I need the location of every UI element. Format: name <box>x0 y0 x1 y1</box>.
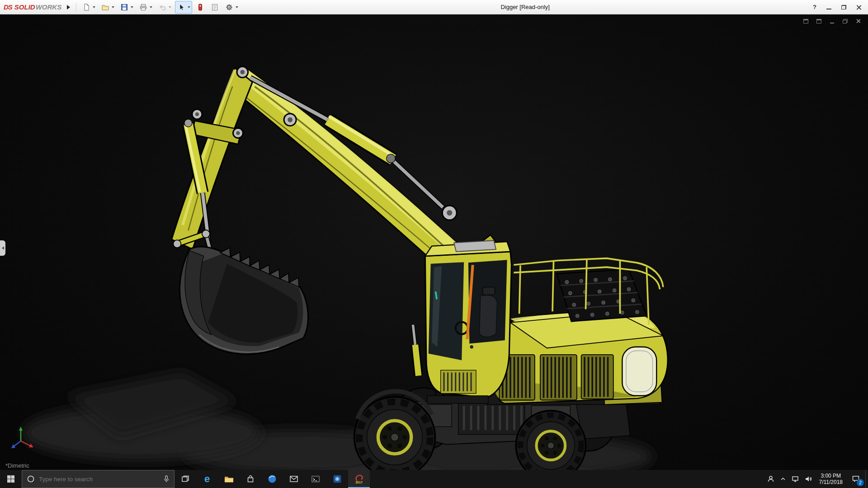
taskbar-app-store[interactable] <box>240 470 261 488</box>
solidworks-brand: DS SOLIDWORKS <box>0 3 64 11</box>
action-center-button[interactable]: 2 <box>846 470 865 488</box>
command-prompt-icon <box>311 475 320 483</box>
select-tool-group <box>175 1 192 14</box>
new-window-icon <box>803 19 808 23</box>
xpress-tools-button[interactable] <box>195 2 206 13</box>
options-gear-icon <box>225 3 233 11</box>
hidden-icons-chevron-icon[interactable] <box>780 476 786 482</box>
search-input[interactable] <box>39 476 159 483</box>
select-tool-button[interactable] <box>176 2 187 13</box>
xpress-tools-group <box>194 1 207 14</box>
new-document-icon <box>82 3 90 11</box>
mail-icon <box>290 476 298 482</box>
undo-icon <box>158 3 166 11</box>
edge-icon: e <box>204 474 210 483</box>
brand-solid-text: SOLID <box>14 3 35 11</box>
select-tool-dropdown[interactable] <box>188 6 190 8</box>
print-button[interactable] <box>138 2 149 13</box>
system-tray <box>764 470 816 488</box>
doc-minimize-icon <box>830 23 834 23</box>
doc-minimize-button[interactable] <box>829 18 835 24</box>
undo-group <box>156 1 173 14</box>
featuremanager-collapsed-tab[interactable] <box>0 240 5 256</box>
toolbar-separator <box>76 3 76 12</box>
show-desktop-button[interactable] <box>865 470 868 488</box>
save-icon <box>120 3 128 11</box>
solidworks-window: DS SOLIDWORKS <box>0 0 868 488</box>
file-properties-button[interactable] <box>209 2 220 13</box>
cab[interactable] <box>425 240 511 404</box>
ds-logo-icon: DS <box>4 3 12 11</box>
task-view-button[interactable] <box>175 470 196 488</box>
solidworks-year-label: 2017 <box>355 481 363 484</box>
document-window-controls <box>802 18 862 24</box>
taskbar-app-command-prompt[interactable] <box>305 470 326 488</box>
rear-wheel[interactable] <box>516 411 585 470</box>
new-document-button[interactable] <box>81 2 92 13</box>
print-dropdown[interactable] <box>150 6 152 8</box>
undo-dropdown[interactable] <box>169 6 171 8</box>
flyout-arrow-icon <box>67 5 70 9</box>
close-button[interactable] <box>856 5 862 10</box>
doc-close-icon <box>856 19 861 23</box>
help-button[interactable]: ? <box>813 4 816 10</box>
options-button[interactable] <box>224 2 235 13</box>
volume-icon[interactable] <box>805 475 812 483</box>
options-group <box>223 1 240 14</box>
taskbar-app-mail[interactable] <box>283 470 305 488</box>
browser-globe-icon <box>268 474 277 483</box>
microphone-icon[interactable] <box>163 475 170 483</box>
taskbar-app-solidworks[interactable]: 2017 <box>348 470 370 488</box>
blue-app-icon <box>333 474 342 483</box>
clock-date: 7/11/2018 <box>819 479 843 485</box>
doc-close-button[interactable] <box>855 18 862 24</box>
print-group <box>137 1 154 14</box>
doc-cascade-button[interactable] <box>816 18 822 24</box>
undo-button[interactable] <box>157 2 168 13</box>
front-wheel[interactable] <box>354 391 435 470</box>
doc-restore-button[interactable] <box>842 18 849 24</box>
brand-works-text: WORKS <box>36 3 62 11</box>
open-dropdown[interactable] <box>112 6 114 8</box>
engine-body[interactable] <box>487 258 668 405</box>
open-button[interactable] <box>100 2 111 13</box>
microsoft-store-icon <box>247 475 254 483</box>
new-document-group <box>80 1 97 14</box>
file-explorer-icon <box>224 475 234 483</box>
task-view-icon <box>181 475 189 483</box>
digger-model[interactable] <box>0 14 868 470</box>
titlebar: DS SOLIDWORKS <box>0 0 868 14</box>
minimize-button[interactable] <box>826 9 831 9</box>
doc-new-window-button[interactable] <box>802 18 809 24</box>
taskbar-app-blue[interactable] <box>326 470 348 488</box>
select-cursor-icon <box>177 3 185 11</box>
options-dropdown[interactable] <box>236 6 238 8</box>
save-dropdown[interactable] <box>131 6 133 8</box>
windows-taskbar: e <box>0 470 868 488</box>
graphics-area[interactable]: *Dimetric <box>0 14 868 470</box>
save-button[interactable] <box>119 2 130 13</box>
file-properties-group <box>208 1 221 14</box>
people-icon[interactable] <box>767 475 774 483</box>
taskbar-app-browser[interactable] <box>261 470 283 488</box>
notification-badge: 2 <box>857 479 864 486</box>
document-title: Digger [Read-only] <box>500 4 549 10</box>
cortana-icon <box>27 475 35 483</box>
triad-axes-icon <box>7 424 36 453</box>
start-button[interactable] <box>0 470 22 488</box>
open-group <box>99 1 116 14</box>
bucket[interactable] <box>179 247 308 354</box>
taskbar-app-edge[interactable]: e <box>196 470 218 488</box>
taskbar-clock[interactable]: 3:00 PM 7/11/2018 <box>816 470 847 488</box>
windows-logo-icon <box>7 475 15 483</box>
menu-flyout-button[interactable] <box>64 2 72 13</box>
restore-button[interactable] <box>841 5 846 9</box>
expand-panel-arrow-icon <box>2 246 4 250</box>
taskbar-search-box[interactable] <box>22 470 175 488</box>
xpress-tools-icon <box>196 3 204 11</box>
new-document-dropdown[interactable] <box>93 6 95 8</box>
network-icon[interactable] <box>792 475 799 483</box>
file-properties-icon <box>211 3 219 11</box>
taskbar-app-file-explorer[interactable] <box>218 470 240 488</box>
save-group <box>118 1 135 14</box>
